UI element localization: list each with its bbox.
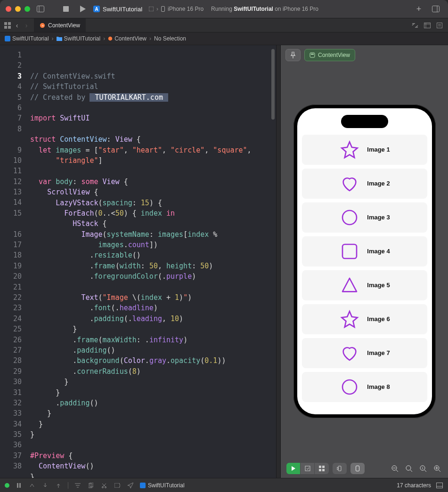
adjust-editor-icon[interactable] [411, 22, 419, 29]
panel-right-icon[interactable] [429, 4, 442, 14]
debug-pause-icon[interactable] [15, 482, 23, 489]
code-line[interactable]: .frame(maxWidth: .infinity) [30, 335, 276, 345]
preview-canvas-button[interactable] [350, 463, 365, 474]
list-item[interactable]: Image 8 [302, 372, 427, 402]
bottom-panel-icon[interactable] [436, 482, 443, 489]
code-line[interactable]: HStack { [30, 218, 276, 229]
list-item[interactable]: Image 7 [302, 338, 427, 368]
debug-stepout-icon[interactable] [55, 482, 62, 489]
zoom-actual-button[interactable]: 1 [418, 463, 428, 474]
copy-icon[interactable] [87, 482, 95, 489]
code-line[interactable]: .resizable() [30, 250, 276, 260]
forward-button[interactable]: › [23, 22, 30, 29]
minimize-button[interactable] [15, 6, 21, 12]
preview-device-settings-button[interactable] [333, 463, 347, 474]
list-item[interactable]: Image 5 [302, 270, 427, 300]
add-tab-button[interactable]: + [412, 4, 425, 14]
code-line[interactable]: } [30, 387, 276, 398]
list-item[interactable]: Image 2 [302, 169, 427, 199]
code-line[interactable]: import SwiftUI [30, 113, 276, 123]
back-button[interactable]: ‹ [13, 22, 21, 29]
preview-badge[interactable]: ContentView [304, 49, 355, 61]
list-item[interactable]: Image 4 [302, 236, 427, 266]
code-line[interactable] [30, 440, 276, 450]
code-line[interactable]: var body: some View { [30, 177, 276, 187]
debug-stepin-icon[interactable] [41, 482, 49, 489]
code-line[interactable]: struct ContentView: View { [30, 134, 276, 145]
list-item[interactable]: Image 3 [302, 202, 427, 233]
code-line[interactable]: } [30, 472, 276, 478]
editor-options-icon[interactable] [436, 22, 443, 29]
code-line[interactable]: // SwiftTutorial [30, 81, 276, 92]
editor-layout-icon[interactable] [424, 22, 431, 29]
character-count: 17 characters [397, 482, 431, 489]
code-line[interactable]: .font(.headline) [30, 303, 276, 313]
code-line[interactable] [30, 166, 276, 176]
code-line[interactable] [30, 103, 276, 113]
crumb-file[interactable]: ContentView [108, 35, 147, 42]
pane-divider[interactable] [276, 45, 281, 478]
zoom-in-button[interactable] [432, 463, 442, 474]
preview-selectable-button[interactable] [301, 463, 315, 474]
code-line[interactable]: ForEach(0..<50) { index in [30, 208, 276, 218]
code-line[interactable]: LazyVStack(spacing: 15) { [30, 198, 276, 208]
code-line[interactable]: let images = ["star", "heart", "circle",… [30, 145, 276, 155]
code-line[interactable]: .background(Color.gray.opacity(0.1)) [30, 355, 276, 366]
code-line[interactable]: } [30, 324, 276, 334]
status-project[interactable]: SwiftUITutorial [148, 482, 185, 489]
filter-icon[interactable] [74, 482, 81, 489]
crumb-project[interactable]: SwiftUITutorial [5, 35, 49, 42]
list-item[interactable]: Image 6 [302, 304, 427, 334]
pin-button[interactable] [285, 49, 301, 61]
zoom-fit-button[interactable] [404, 463, 414, 474]
code-line[interactable]: .frame(width: 50, height: 50) [30, 261, 276, 271]
preview-variants-button[interactable] [315, 463, 329, 474]
related-items-icon[interactable] [4, 22, 11, 29]
panel-left-icon[interactable] [34, 4, 47, 14]
scrollbar[interactable] [269, 45, 276, 478]
project-selector[interactable]: A SwiftUITutorial [93, 6, 142, 13]
zoom-out-button[interactable] [390, 463, 400, 474]
code-line[interactable]: } [30, 408, 276, 419]
stop-button[interactable] [59, 4, 73, 14]
code-line[interactable]: Text("Image \(index + 1)") [30, 292, 276, 303]
code-editor[interactable]: 1234567891011121314151617181920212223242… [0, 45, 276, 478]
list-item[interactable]: Image 1 [302, 135, 427, 165]
code-line[interactable]: images.count]) [30, 240, 276, 250]
location-icon[interactable] [127, 482, 134, 489]
crumb-folder[interactable]: SwiftUITutorial [57, 35, 101, 42]
file-tab[interactable]: ContentView [34, 18, 86, 32]
svg-rect-47 [17, 483, 18, 488]
code-line[interactable]: } [30, 429, 276, 440]
code-line[interactable]: #Preview { [30, 451, 276, 461]
cut-icon[interactable] [100, 482, 108, 489]
code-area[interactable]: // ContentView.swift// SwiftTutorial// C… [26, 45, 276, 478]
device-selector[interactable]: › iPhone 16 Pro [149, 6, 204, 12]
code-line[interactable]: ScrollView { [30, 187, 276, 197]
breakpoint-nav-icon[interactable] [114, 482, 121, 489]
close-button[interactable] [6, 6, 11, 12]
debug-stepover-icon[interactable] [28, 482, 36, 489]
code-line[interactable]: // Created by TUTORIALKART.com [30, 92, 276, 103]
svg-rect-22 [311, 54, 314, 55]
preview-play-button[interactable] [286, 463, 301, 474]
code-line[interactable] [30, 282, 276, 292]
scroll-thumb[interactable] [271, 49, 275, 120]
code-line[interactable]: // ContentView.swift [30, 71, 276, 81]
crumb-selection[interactable]: No Selection [154, 35, 186, 42]
simulator-screen[interactable]: Image 1Image 2Image 3Image 4Image 5Image… [297, 108, 432, 414]
code-line[interactable]: .padding() [30, 398, 276, 408]
code-line[interactable]: "triangle"] [30, 155, 276, 166]
code-line[interactable]: .padding() [30, 345, 276, 355]
code-line[interactable]: .foregroundColor(.purple) [30, 271, 276, 282]
code-line[interactable]: } [30, 377, 276, 387]
code-line[interactable]: } [30, 419, 276, 429]
run-button[interactable] [76, 4, 90, 14]
code-line[interactable]: .padding(.leading, 10) [30, 314, 276, 324]
code-line[interactable]: .cornerRadius(8) [30, 366, 276, 377]
code-line[interactable]: ContentView() [30, 461, 276, 471]
maximize-button[interactable] [24, 6, 30, 12]
preview-badge-label: ContentView [318, 52, 350, 58]
code-line[interactable] [30, 124, 276, 134]
code-line[interactable]: Image(systemName: images[index % [30, 229, 276, 240]
